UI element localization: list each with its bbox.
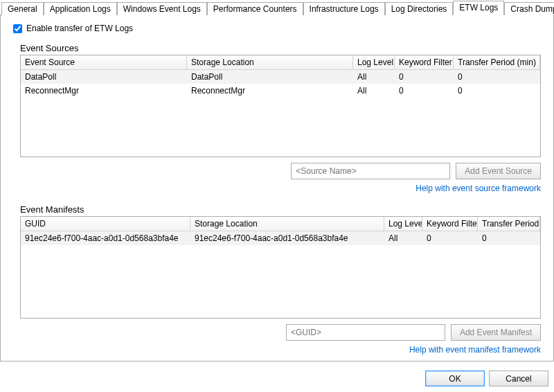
ok-button[interactable]: OK <box>425 371 485 386</box>
cell-period: 0 <box>454 71 540 83</box>
tab-infrastructure-logs[interactable]: Infrastructure Logs <box>303 2 385 15</box>
header-storage-location[interactable]: Storage Location <box>187 55 353 70</box>
header-keyword-filter[interactable]: Keyword Filter <box>395 55 454 70</box>
table-row[interactable]: DataPoll DataPoll All 0 0 <box>21 70 540 84</box>
cell-filter: 0 <box>395 71 454 83</box>
cell-guid: 91ec24e6-f700-4aac-a0d1-0d568a3bfa4e <box>21 232 190 244</box>
header-log-level[interactable]: Log Level <box>353 55 395 70</box>
cell-level: All <box>353 84 395 97</box>
cell-storage: ReconnectMgr <box>187 84 353 97</box>
dialog-buttons: OK Cancel <box>421 366 553 391</box>
cell-level: All <box>384 232 422 244</box>
event-sources-header: Event Source Storage Location Log Level … <box>21 55 540 70</box>
header-event-source[interactable]: Event Source <box>21 55 187 70</box>
source-name-input[interactable] <box>291 163 450 179</box>
cell-level: All <box>353 71 395 83</box>
header-keyword-filter[interactable]: Keyword Filter <box>422 217 478 231</box>
cell-period: 0 <box>478 232 540 244</box>
header-storage-location[interactable]: Storage Location <box>190 217 384 231</box>
cell-filter: 0 <box>395 84 454 97</box>
add-event-source-button[interactable]: Add Event Source <box>456 163 541 179</box>
tab-performance-counters[interactable]: Performance Counters <box>207 2 303 15</box>
help-manifest-link[interactable]: Help with event manifest framework <box>20 345 541 355</box>
event-manifests-grid: GUID Storage Location Log Level Keyword … <box>20 216 541 319</box>
cell-storage: DataPoll <box>187 71 353 83</box>
header-guid[interactable]: GUID <box>21 217 190 231</box>
table-row[interactable]: 91ec24e6-f700-4aac-a0d1-0d568a3bfa4e 91e… <box>21 231 540 245</box>
table-row[interactable]: ReconnectMgr ReconnectMgr All 0 0 <box>21 84 540 98</box>
event-sources-grid: Event Source Storage Location Log Level … <box>20 55 541 157</box>
enable-transfer-row: Enable transfer of ETW Logs <box>13 24 541 33</box>
enable-transfer-label: Enable transfer of ETW Logs <box>26 24 133 33</box>
add-source-row: Add Event Source <box>20 163 541 179</box>
tab-log-directories[interactable]: Log Directories <box>385 2 454 15</box>
help-source-link[interactable]: Help with event source framework <box>20 184 541 193</box>
tab-strip: General Application Logs Windows Event L… <box>0 0 554 15</box>
event-sources-label: Event Sources <box>20 43 541 53</box>
header-log-level[interactable]: Log Level <box>384 217 422 231</box>
tab-general[interactable]: General <box>1 2 44 15</box>
event-manifests-label: Event Manifests <box>20 204 541 215</box>
cell-source: DataPoll <box>21 71 187 83</box>
cell-source: ReconnectMgr <box>21 84 187 97</box>
tab-content: Enable transfer of ETW Logs Event Source… <box>0 15 554 362</box>
tab-crash-dumps[interactable]: Crash Dumps <box>504 2 554 15</box>
tab-application-logs[interactable]: Application Logs <box>44 2 117 15</box>
add-event-manifest-button[interactable]: Add Event Manifest <box>451 324 541 341</box>
cancel-button[interactable]: Cancel <box>489 371 548 386</box>
cell-storage: 91ec24e6-f700-4aac-a0d1-0d568a3bfa4e <box>190 232 384 244</box>
cell-period: 0 <box>454 84 540 97</box>
tab-etw-logs[interactable]: ETW Logs <box>453 1 504 15</box>
enable-transfer-checkbox[interactable] <box>13 24 22 33</box>
header-transfer-period[interactable]: Transfer Period (min) <box>478 217 540 231</box>
event-manifests-header: GUID Storage Location Log Level Keyword … <box>21 217 540 231</box>
header-transfer-period[interactable]: Transfer Period (min) <box>454 55 540 70</box>
cell-filter: 0 <box>422 232 478 244</box>
add-manifest-row: Add Event Manifest <box>20 324 541 341</box>
guid-input[interactable] <box>286 324 445 341</box>
tab-windows-event-logs[interactable]: Windows Event Logs <box>117 2 207 15</box>
